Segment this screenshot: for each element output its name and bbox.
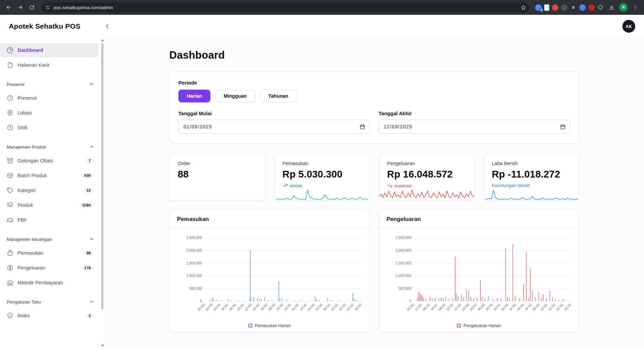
sidebar-item-roles[interactable]: Roles3 xyxy=(0,309,98,323)
stat-card-pemasukan: Pemasukan Rp 5.030.300 omset xyxy=(274,154,370,201)
stat-value: Rp 16.048.572 xyxy=(387,169,466,180)
stat-value: Rp -11.018.272 xyxy=(492,169,571,180)
sidebar-item-label: Halaman Kasir xyxy=(18,62,50,68)
svg-text:12:00: 12:00 xyxy=(244,303,253,312)
stat-label: Pengeluaran xyxy=(387,161,466,166)
sidebar-section-pengaturan-toko[interactable]: Pengaturan Toko xyxy=(7,299,94,305)
sidebar-item-golongan-obats[interactable]: Golongan Obats7 xyxy=(0,154,98,168)
bank-icon xyxy=(7,279,13,286)
sidebar-section-title: Pengaturan Toko xyxy=(7,299,41,305)
chart-title: Pengeluaran xyxy=(379,210,579,228)
back-icon[interactable] xyxy=(3,2,14,13)
sidebar-item-label: Pengeluaran xyxy=(18,265,45,271)
stat-value: 88 xyxy=(178,169,257,180)
sidebar-item-label: Produk xyxy=(18,202,33,208)
sidebar-item-presensi[interactable]: Presensi xyxy=(0,91,98,105)
stat-card-order: Order 88 xyxy=(169,154,265,201)
sidebar-item-lokasi[interactable]: Lokasi xyxy=(0,106,98,120)
menu-kebab-icon[interactable] xyxy=(630,2,641,13)
extension-icon-docs[interactable] xyxy=(544,4,549,11)
tanggal-akhir-input[interactable]: 12/09/2025 xyxy=(379,120,570,134)
sidebar-item-metode-pembayaran[interactable]: Metode Pembayaran xyxy=(0,276,98,290)
sidebar-section-presensi[interactable]: Presensi xyxy=(7,82,94,87)
site-info-icon[interactable] xyxy=(45,5,50,10)
extension-icon-slate[interactable] xyxy=(561,4,567,11)
extension-icon-d[interactable]: D xyxy=(570,4,577,11)
sidebar-item-kategori[interactable]: Kategori12 xyxy=(0,183,98,197)
scrollbar-up-arrow-icon[interactable] xyxy=(101,39,104,41)
extension-icon-crimson[interactable] xyxy=(588,4,595,11)
sidebar-section-manajemen-keuangan[interactable]: Manajemen keuangan xyxy=(7,236,94,242)
trending-up-icon xyxy=(283,183,288,188)
svg-text:22:00: 22:00 xyxy=(330,303,339,312)
svg-text:2,500,000: 2,500,000 xyxy=(396,236,411,240)
pengeluaran-chart-card: Pengeluaran 0500,0001,000,0001,500,0002,… xyxy=(379,210,579,333)
downloads-icon[interactable] xyxy=(606,2,617,13)
period-button-tahunan[interactable]: Tahunan xyxy=(260,90,297,102)
sidebar-item-pemasukan[interactable]: Pemasukan88 xyxy=(0,246,98,260)
stat-card-pengeluaran: Pengeluaran Rp 16.048.572 expense xyxy=(379,154,475,201)
calendar-icon[interactable] xyxy=(359,124,365,130)
extension-icon-blue-badged[interactable]: 6 xyxy=(535,4,541,11)
calendar-icon[interactable] xyxy=(560,124,566,130)
svg-text:22:00: 22:00 xyxy=(445,303,454,312)
forward-icon[interactable] xyxy=(15,2,26,13)
svg-text:2,000,000: 2,000,000 xyxy=(396,249,411,252)
sidebar-item-badge: 3284 xyxy=(79,202,94,208)
extension-icon-red[interactable] xyxy=(552,4,558,11)
stat-subtext: expense xyxy=(387,183,466,188)
sidebar-item-pbf[interactable]: PBF xyxy=(0,213,98,227)
sidebar-section-manajemen-produk[interactable]: Manajemen Produk xyxy=(7,144,94,150)
sidebar-scrollbar[interactable] xyxy=(100,38,105,348)
sidebar-item-label: Batch Produk xyxy=(18,173,47,178)
extensions-row: 6D xyxy=(533,4,606,11)
svg-text:00:00: 00:00 xyxy=(500,303,509,312)
svg-text:00:00: 00:00 xyxy=(406,303,415,312)
sidebar-collapse-button[interactable] xyxy=(104,23,111,30)
bookmark-star-icon[interactable] xyxy=(521,5,526,10)
user-avatar[interactable]: AK xyxy=(622,20,635,33)
svg-text:20:00: 20:00 xyxy=(275,303,284,312)
browser-profile-avatar[interactable]: R xyxy=(619,3,628,12)
sidebar-section-title: Manajemen keuangan xyxy=(7,237,52,242)
tray-icon xyxy=(7,217,13,223)
tanggal-mulai-input[interactable]: 01/09/2025 xyxy=(178,120,370,134)
svg-text:08:00: 08:00 xyxy=(228,303,237,312)
svg-text:18:00: 18:00 xyxy=(524,303,533,312)
period-button-mingguan[interactable]: Mingguan xyxy=(215,90,255,102)
svg-text:2,500,000: 2,500,000 xyxy=(186,236,202,240)
extension-icon-blue[interactable] xyxy=(579,4,586,11)
sidebar-item-pengeluaran[interactable]: Pengeluaran178 xyxy=(0,261,98,275)
scrollbar-down-arrow-icon[interactable] xyxy=(101,345,104,347)
scrollbar-thumb[interactable] xyxy=(101,43,104,309)
svg-text:08:00: 08:00 xyxy=(532,303,540,312)
sidebar-item-label: Roles xyxy=(18,313,30,318)
filter-card: Periode HarianMingguanTahunan Tanggal Mu… xyxy=(169,71,579,144)
svg-text:14:00: 14:00 xyxy=(299,303,308,312)
sidebar-item-dashboard[interactable]: Dashboard xyxy=(0,43,98,57)
sidebar-section-title: Presensi xyxy=(7,82,25,87)
sidebar-item-badge: 3 xyxy=(86,313,94,319)
address-bar[interactable]: pos.sehatkuprima.com/admin xyxy=(41,2,529,12)
sidebar-item-badge: 178 xyxy=(81,265,94,271)
svg-text:00:00: 00:00 xyxy=(291,303,300,312)
svg-text:0: 0 xyxy=(200,299,202,303)
stat-sub-label: Keuntungan bersih xyxy=(492,183,530,188)
sidebar-item-produk[interactable]: Produk3284 xyxy=(0,198,98,212)
refresh-icon[interactable] xyxy=(26,2,37,13)
sidebar-item-halaman-kasir[interactable]: Halaman Kasir xyxy=(0,58,98,72)
period-button-harian[interactable]: Harian xyxy=(178,90,210,102)
svg-text:00:00: 00:00 xyxy=(197,303,206,312)
svg-text:02:00: 02:00 xyxy=(461,303,470,312)
sidebar-item-label: PBF xyxy=(18,217,27,223)
svg-text:08:00: 08:00 xyxy=(438,303,446,312)
extensions-puzzle-icon[interactable] xyxy=(597,4,604,10)
svg-text:500,000: 500,000 xyxy=(189,287,202,290)
svg-text:16:00: 16:00 xyxy=(469,303,478,312)
sidebar-item-shift[interactable]: Shift xyxy=(0,121,98,135)
sidebar-item-batch-produk[interactable]: Batch Produk939 xyxy=(0,168,98,183)
clock-icon xyxy=(7,124,13,131)
date-value: 12/09/2025 xyxy=(384,124,412,129)
main-content: Dashboard Periode HarianMingguanTahunan … xyxy=(105,38,644,348)
document-icon xyxy=(7,62,13,68)
